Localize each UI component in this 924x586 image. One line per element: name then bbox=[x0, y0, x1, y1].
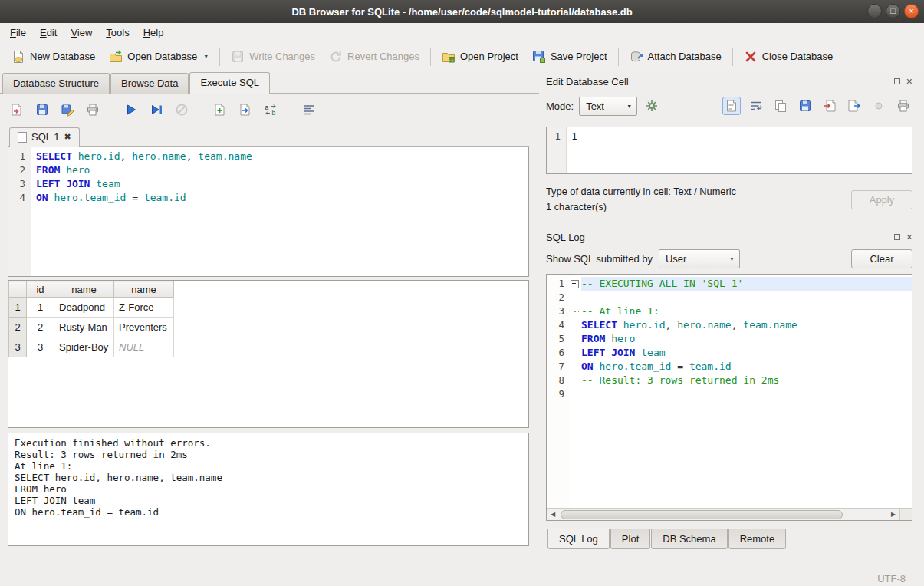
bottom-tab-sql-log[interactable]: SQL Log bbox=[547, 529, 610, 549]
cell[interactable]: 3 bbox=[27, 337, 54, 357]
sql-toolbar: ab bbox=[8, 100, 529, 119]
maximize-icon[interactable]: □ bbox=[886, 4, 900, 18]
tab-browse-data[interactable]: Browse Data bbox=[110, 73, 189, 94]
float-panel-icon[interactable] bbox=[894, 234, 900, 240]
bottom-tab-remote[interactable]: Remote bbox=[728, 529, 787, 549]
new-tab-button[interactable] bbox=[211, 100, 229, 119]
find-replace-button[interactable]: ab bbox=[261, 100, 280, 119]
text-view-button[interactable] bbox=[722, 97, 741, 115]
import-file-button[interactable] bbox=[820, 97, 839, 115]
cell-editor-content[interactable]: 1 bbox=[567, 127, 912, 173]
results-grid[interactable]: idnamename11DeadpondZ-Force22Rusty-ManPr… bbox=[8, 280, 529, 428]
execute-line-button[interactable] bbox=[147, 100, 166, 119]
print-cell-button[interactable] bbox=[894, 97, 912, 115]
code-line: LEFT JOIN team bbox=[36, 177, 528, 191]
save-sql-as-button[interactable] bbox=[58, 100, 77, 119]
scrollbar-thumb[interactable] bbox=[561, 510, 843, 519]
code-token: SELECT bbox=[581, 319, 617, 331]
gear-icon bbox=[645, 99, 659, 113]
save-cell-button[interactable] bbox=[796, 97, 814, 115]
editor-code-area[interactable]: SELECT hero.id, hero.name, team.nameFROM… bbox=[31, 147, 528, 276]
open-tab-button[interactable] bbox=[236, 100, 255, 119]
code-token: -- Result: 3 rows returned in 2ms bbox=[581, 374, 779, 386]
copy-button[interactable] bbox=[771, 97, 790, 115]
code-line: FROM hero bbox=[36, 163, 528, 177]
float-panel-icon[interactable] bbox=[894, 78, 900, 84]
cell[interactable]: Spider-Boy bbox=[54, 337, 114, 357]
cell[interactable]: NULL bbox=[114, 337, 174, 357]
menu-edit[interactable]: Edit bbox=[33, 23, 64, 42]
cell[interactable]: 2 bbox=[27, 318, 54, 337]
code-token: ON bbox=[581, 360, 594, 372]
open-database-button[interactable]: Open Database▼ bbox=[102, 46, 215, 67]
row-number[interactable]: 1 bbox=[9, 298, 27, 318]
log-horizontal-scrollbar[interactable]: ◀ ▶ bbox=[547, 508, 912, 520]
minimize-icon[interactable]: – bbox=[867, 4, 882, 18]
row-number[interactable]: 3 bbox=[9, 337, 27, 357]
save-sql-file-icon bbox=[35, 103, 49, 117]
log-filter-select[interactable]: User ▼ bbox=[659, 249, 740, 268]
column-header-name[interactable]: name bbox=[114, 281, 174, 298]
fold-marker[interactable] bbox=[570, 277, 580, 291]
auto-mode-button[interactable] bbox=[643, 97, 661, 115]
menu-view[interactable]: View bbox=[64, 23, 99, 42]
menu-tools[interactable]: Tools bbox=[99, 23, 136, 42]
open-project-icon bbox=[442, 50, 455, 64]
export-file-button[interactable] bbox=[845, 97, 863, 115]
table-row: 33Spider-BoyNULL bbox=[9, 337, 174, 357]
cell[interactable]: Preventers bbox=[114, 318, 174, 337]
print-sql-button[interactable] bbox=[84, 100, 102, 119]
tab-execute-sql[interactable]: Execute SQL bbox=[189, 72, 270, 94]
open-sql-file-button[interactable] bbox=[8, 100, 26, 119]
attach-database-button[interactable]: Attach Database bbox=[623, 46, 728, 67]
cell[interactable]: Z-Force bbox=[114, 298, 174, 318]
main-content: Database StructureBrowse DataExecute SQL… bbox=[0, 71, 924, 571]
line-number: 4 bbox=[8, 191, 31, 205]
close-database-button[interactable]: Close Database bbox=[737, 46, 840, 67]
cell[interactable]: 1 bbox=[27, 298, 54, 318]
column-header-name[interactable]: name bbox=[54, 281, 114, 298]
close-sql-tab-icon[interactable]: ✖ bbox=[64, 132, 71, 142]
clear-log-button[interactable]: Clear bbox=[851, 249, 912, 268]
save-project-button[interactable]: Save Project bbox=[525, 46, 614, 67]
bottom-tab-db-schema[interactable]: DB Schema bbox=[651, 529, 727, 549]
scroll-right-icon[interactable]: ▶ bbox=[887, 509, 899, 521]
auto-format-button[interactable] bbox=[300, 100, 318, 119]
cell[interactable]: Deadpond bbox=[54, 298, 114, 318]
line-number: 2 bbox=[547, 291, 570, 305]
menu-help[interactable]: Help bbox=[136, 23, 171, 42]
menu-file[interactable]: File bbox=[3, 23, 33, 42]
log-filter-value: User bbox=[666, 253, 686, 265]
edit-cell-title: Edit Database Cell bbox=[546, 76, 629, 87]
execute-all-button[interactable] bbox=[122, 100, 140, 119]
main-toolbar: New DatabaseOpen Database▼Write ChangesR… bbox=[0, 42, 924, 71]
close-panel-icon[interactable]: × bbox=[906, 233, 912, 241]
set-null-icon bbox=[872, 99, 886, 113]
sql-editor[interactable]: 1234 SELECT hero.id, hero.name, team.nam… bbox=[8, 146, 529, 277]
bottom-tab-plot[interactable]: Plot bbox=[610, 529, 650, 549]
code-token: hero.team_id bbox=[54, 192, 126, 203]
row-number[interactable]: 2 bbox=[9, 318, 27, 337]
cell-editor[interactable]: 1 1 bbox=[546, 127, 912, 174]
cell[interactable]: Rusty-Man bbox=[54, 318, 114, 337]
scroll-left-icon[interactable]: ◀ bbox=[547, 509, 559, 521]
code-token: , bbox=[186, 150, 199, 162]
auto-format-icon bbox=[302, 103, 316, 117]
chevron-down-icon[interactable]: ▼ bbox=[203, 54, 209, 59]
table-row: 22Rusty-ManPreventers bbox=[9, 318, 174, 337]
close-icon[interactable]: × bbox=[904, 4, 919, 18]
sql-tab[interactable]: SQL 1 ✖ bbox=[9, 127, 80, 146]
tab-database-structure[interactable]: Database Structure bbox=[2, 73, 110, 94]
close-panel-icon[interactable]: × bbox=[906, 77, 912, 85]
save-sql-file-button[interactable] bbox=[33, 100, 51, 119]
open-project-button[interactable]: Open Project bbox=[435, 46, 525, 67]
mode-select[interactable]: Text ▼ bbox=[579, 97, 637, 116]
column-header-id[interactable]: id bbox=[27, 281, 54, 298]
save-cell-icon bbox=[798, 99, 812, 113]
toolbar-separator bbox=[109, 106, 115, 114]
sql-log-view[interactable]: 123456789 -- EXECUTING ALL IN 'SQL 1'---… bbox=[546, 274, 912, 521]
code-line: LEFT JOIN team bbox=[581, 346, 912, 360]
word-wrap-button[interactable] bbox=[747, 97, 765, 115]
scrollbar-track[interactable] bbox=[559, 509, 887, 521]
new-database-button[interactable]: New Database bbox=[5, 46, 102, 67]
